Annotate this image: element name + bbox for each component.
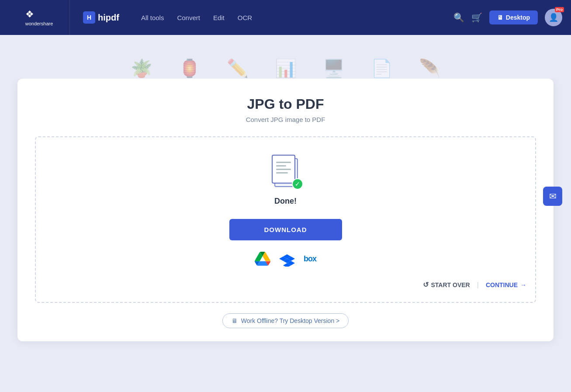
- chat-button[interactable]: ✉: [543, 187, 562, 206]
- start-over-button[interactable]: ↺ START OVER: [423, 281, 470, 289]
- check-badge: ✓: [292, 178, 303, 190]
- nav-links: All tools Convert Edit OCR: [141, 14, 445, 21]
- nav-actions: 🔍 🛒 🖥 Desktop 👤 Pro: [453, 9, 562, 26]
- doc-line-1: [276, 162, 291, 163]
- pro-badge: Pro: [555, 7, 564, 12]
- action-divider: |: [477, 281, 479, 289]
- main-card: JPG to PDF Convert JPG image to PDF ✓ Do…: [17, 79, 554, 341]
- navbar: ❖ wondershare H hipdf All tools Convert …: [0, 0, 571, 35]
- user-avatar-wrap[interactable]: 👤 Pro: [545, 9, 562, 26]
- quill-icon: 🪶: [419, 58, 441, 79]
- desktop-button[interactable]: 🖥 Desktop: [489, 10, 538, 24]
- refresh-icon: ↺: [423, 281, 429, 289]
- continue-button[interactable]: CONTINUE →: [486, 281, 526, 288]
- cart-button[interactable]: 🛒: [471, 12, 482, 23]
- nav-edit[interactable]: Edit: [213, 14, 225, 21]
- nav-ocr[interactable]: OCR: [238, 14, 252, 21]
- hipdf-icon: H: [83, 11, 95, 24]
- page-subtitle: Convert JPG image to PDF: [35, 116, 536, 123]
- result-area: ✓ Done! DOWNLOAD: [35, 136, 536, 303]
- nav-all-tools[interactable]: All tools: [141, 14, 164, 21]
- monitor-icon: 🖥️: [323, 58, 345, 79]
- document-icon: 📄: [371, 58, 393, 79]
- box-button[interactable]: box: [304, 254, 316, 264]
- nav-convert[interactable]: Convert: [177, 14, 200, 21]
- continue-label: CONTINUE: [486, 281, 518, 288]
- google-drive-button[interactable]: [255, 251, 270, 267]
- done-label: Done!: [274, 197, 297, 206]
- hipdf-logo[interactable]: H hipdf: [83, 11, 119, 24]
- doc-line-4: [276, 172, 288, 173]
- lamp-icon: 🏮: [179, 58, 201, 79]
- doc-line-3: [276, 169, 291, 170]
- ws-icon: ❖: [25, 9, 53, 20]
- doc-front: [272, 155, 295, 184]
- doc-line-2: [276, 165, 287, 167]
- pencils-icon: ✏️: [227, 58, 249, 79]
- desktop-promo-text: Work Offline? Try Desktop Version >: [241, 317, 340, 324]
- wondershare-label: wondershare: [25, 21, 53, 26]
- download-button[interactable]: DOWNLOAD: [229, 219, 342, 240]
- desktop-promo-banner[interactable]: 🖥 Work Offline? Try Desktop Version >: [222, 313, 349, 328]
- main-wrapper: JPG to PDF Convert JPG image to PDF ✓ Do…: [0, 79, 571, 359]
- desktop-label: Desktop: [506, 14, 530, 21]
- hero-decorative-icons: 🪴 🏮 ✏️ 📊 🖥️ 📄 🪶: [131, 58, 441, 79]
- hero-background: 🪴 🏮 ✏️ 📊 🖥️ 📄 🪶: [0, 35, 571, 79]
- desktop-icon: 🖥: [497, 14, 503, 21]
- cloud-save-options: box: [255, 251, 316, 267]
- search-button[interactable]: 🔍: [453, 12, 464, 23]
- arrow-right-icon: →: [520, 281, 526, 288]
- start-over-label: START OVER: [431, 281, 470, 288]
- chart-icon: 📊: [275, 58, 297, 79]
- success-icon-wrap: ✓: [268, 155, 303, 190]
- hipdf-label: hipdf: [98, 13, 119, 23]
- dropbox-button[interactable]: [279, 251, 295, 267]
- page-title: JPG to PDF: [35, 96, 536, 112]
- monitor-promo-icon: 🖥: [232, 317, 238, 324]
- plant-icon: 🪴: [131, 58, 152, 79]
- bottom-actions: ↺ START OVER | CONTINUE →: [45, 277, 526, 289]
- wondershare-logo[interactable]: ❖ wondershare: [9, 0, 70, 35]
